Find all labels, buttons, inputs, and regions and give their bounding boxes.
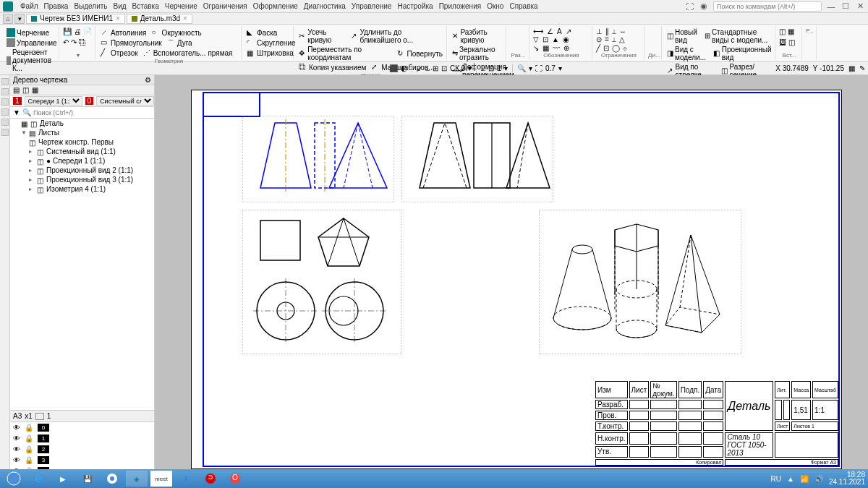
tool-mirror[interactable]: ⇋Зеркально отразить	[451, 45, 503, 62]
app-icon[interactable]: ⦀	[175, 471, 197, 487]
ins-icon[interactable]: ▦	[788, 27, 794, 35]
kompas-icon[interactable]: ◈	[126, 471, 148, 487]
panel-icon[interactable]	[1, 129, 9, 136]
mode-drawing[interactable]: Черчение	[5, 27, 51, 38]
zoom-value[interactable]: 0.7	[545, 64, 556, 72]
tb-icon[interactable]: ⟂	[425, 64, 430, 72]
constr-icon[interactable]: ⟂	[612, 35, 616, 43]
tb-icon[interactable]: ⊞	[433, 64, 438, 72]
tool-fillet[interactable]: ◜Скругление	[245, 38, 297, 48]
view-list-item[interactable]: 👁🔒0	[10, 422, 154, 433]
text-icon[interactable]: A	[557, 27, 562, 35]
menu-settings[interactable]: Настройка	[397, 2, 433, 10]
tool-hatch[interactable]: ▦Штриховка	[245, 48, 295, 59]
tree-item[interactable]: ▸◫Изометрия 4 (1:1)	[10, 184, 154, 194]
menu-view[interactable]: Вид	[114, 2, 127, 10]
menu-apps[interactable]: Приложения	[439, 2, 482, 10]
tree-item[interactable]: ▸◫● Спереди 1 (1:1)	[10, 156, 154, 166]
print-icon[interactable]: 🖨	[74, 27, 81, 35]
panel-icon[interactable]	[1, 78, 9, 85]
filter-icon[interactable]: ▼	[13, 108, 20, 116]
rough-icon[interactable]: ▽	[533, 35, 539, 43]
constr-icon[interactable]: ⊡	[603, 44, 609, 52]
menu-select[interactable]: Выделить	[74, 2, 107, 10]
table-icon[interactable]: ▦	[542, 44, 549, 52]
drawing-canvas[interactable]: ИзмЛист№ докум.Подп.Дата Деталь Лит.Масс…	[155, 75, 868, 476]
tree-item[interactable]: ▸◫Системный вид (1:1)	[10, 147, 154, 156]
constr-icon[interactable]: =	[605, 35, 609, 43]
view-list-item[interactable]: 👁🔒1	[10, 433, 154, 444]
tool-autoline[interactable]: ⟋Автолиния	[99, 27, 148, 38]
constr-icon[interactable]: ⟂	[612, 27, 616, 35]
tree-item[interactable]: ▸◫Проекционный вид 2 (1:1)	[10, 166, 154, 175]
centre-icon[interactable]: ⊕	[563, 44, 569, 52]
doc-icon[interactable]: 📄	[83, 27, 92, 35]
view-new[interactable]: ◫Новый вид	[665, 27, 701, 45]
menu-insert[interactable]: Вставка	[132, 2, 159, 10]
constr-icon[interactable]: ∥	[605, 27, 609, 35]
tree-item[interactable]: ◫Чертеж констр. Первы	[10, 137, 154, 147]
angle-icon[interactable]: ∠	[547, 27, 553, 35]
app-icon[interactable]: Э	[200, 471, 221, 487]
maximize-button[interactable]: ☐	[841, 1, 851, 12]
view-select[interactable]: Спереди 1 (1:1)	[25, 96, 82, 106]
orient-icon[interactable]	[35, 413, 44, 420]
home-button[interactable]: ⌂	[3, 14, 13, 24]
tool-chamfer[interactable]: ◣Фаска	[245, 27, 278, 38]
mark-icon[interactable]: ◉	[563, 35, 569, 43]
tb-icon[interactable]: 🔍	[517, 64, 526, 72]
tb-icon[interactable]: ⬛	[389, 64, 398, 72]
layer-select[interactable]: Системный слой	[96, 96, 154, 106]
panel-icon[interactable]	[1, 88, 9, 95]
tree-item[interactable]: ▸◫Проекционный вид 3 (1:1)	[10, 175, 154, 184]
tree-icon[interactable]: ▤	[13, 86, 20, 94]
menu-constraints[interactable]: Ограничения	[203, 2, 247, 10]
close-button[interactable]: ✕	[855, 1, 865, 12]
base-icon[interactable]: ▲	[552, 35, 559, 43]
dropdown-icon[interactable]: ▾	[14, 14, 25, 24]
view-stdmodel[interactable]: ⊞Стандартные виды с модели...	[703, 27, 773, 45]
ins-icon[interactable]: 🖼	[779, 38, 786, 46]
tol-icon[interactable]: ⊡	[542, 35, 548, 43]
tree-item[interactable]: ▦◫Деталь	[10, 119, 154, 128]
start-button[interactable]	[3, 471, 25, 487]
save-icon[interactable]: 💾	[63, 27, 72, 35]
view-proj[interactable]: ◧Проекционный вид	[712, 45, 775, 62]
panel-icon[interactable]	[1, 119, 9, 126]
panel-icon[interactable]	[1, 98, 9, 106]
tree-search-input[interactable]	[33, 109, 151, 116]
tab-drawing[interactable]: Чертеж БЕЗ ИМЕНИ1 ×	[26, 14, 125, 24]
constr-icon[interactable]: ╱	[596, 44, 600, 52]
ins-icon[interactable]: ◫	[788, 38, 795, 46]
constr-icon[interactable]: ⊥	[596, 27, 603, 35]
menu-file[interactable]: Файл	[20, 2, 38, 10]
tool-extend[interactable]: ↗Удлинить до ближайшего о...	[349, 27, 444, 45]
zoom-fit-icon[interactable]: ⛶	[535, 64, 542, 72]
menu-window[interactable]: Окно	[487, 2, 503, 10]
menu-design[interactable]: Оформление	[253, 2, 298, 10]
constr-icon[interactable]: ⊙	[596, 35, 602, 43]
minimize-button[interactable]: —	[826, 1, 836, 12]
leader-icon[interactable]: ↗	[566, 27, 571, 35]
mode-reviewer[interactable]: Рецензент документов К...	[5, 48, 57, 73]
tb-icon[interactable]: ⊡	[441, 64, 447, 72]
menu-drawing[interactable]: Черчение	[165, 2, 197, 10]
constr-icon[interactable]: ⟐	[623, 44, 627, 52]
arrow-icon[interactable]: ↘	[533, 44, 539, 52]
network-icon[interactable]: 📶	[800, 475, 809, 483]
command-search-input[interactable]	[713, 1, 822, 12]
tool-auxiliary[interactable]: ⋰Вспомогатель... прямая	[142, 48, 234, 58]
lang-indicator[interactable]: RU	[771, 475, 781, 483]
opera-icon[interactable]: O	[224, 471, 246, 487]
tb-icon[interactable]: ◐	[401, 64, 407, 72]
view-model[interactable]: ◨Вид с модели...	[665, 45, 710, 62]
constr-icon[interactable]: △	[619, 35, 625, 43]
mode-manage[interactable]: Управление	[5, 38, 59, 48]
constr-icon[interactable]: ↔	[619, 27, 626, 35]
tool-trim[interactable]: ✂Усечь кривую	[297, 27, 347, 45]
tb-icon[interactable]: ↙	[417, 64, 422, 72]
redo-icon[interactable]: ↷	[71, 38, 77, 46]
close-icon[interactable]: ×	[116, 14, 120, 22]
tool-segment[interactable]: ╱Отрезок	[99, 48, 140, 58]
tray-icon[interactable]: ▲	[787, 475, 794, 483]
